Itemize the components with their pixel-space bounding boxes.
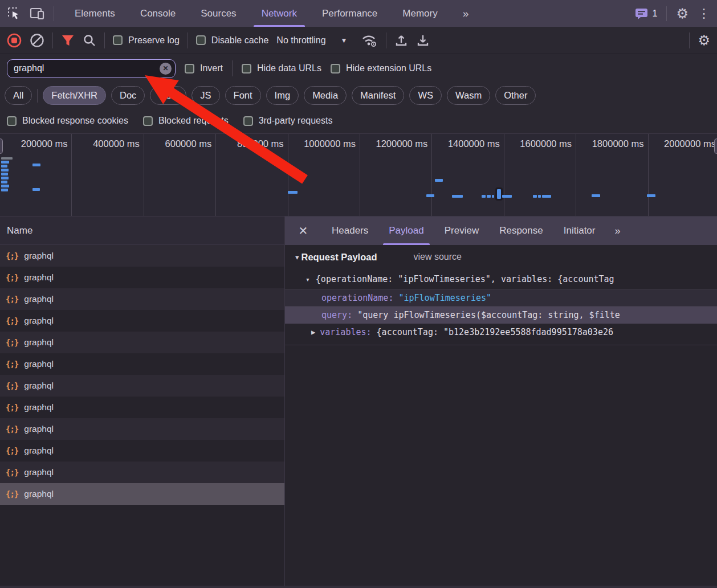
- request-rows: {;}graphql{;}graphql{;}graphql{;}graphql…: [0, 245, 284, 505]
- request-name: graphql: [24, 316, 54, 326]
- json-braces-icon: {;}: [6, 381, 18, 390]
- checkbox-label: 3rd-party requests: [259, 116, 333, 126]
- request-row[interactable]: {;}graphql: [0, 310, 284, 332]
- view-source-link[interactable]: view source: [414, 252, 462, 262]
- chip-all[interactable]: All: [5, 86, 32, 105]
- payload-preview-text: {operationName: "ipFlowTimeseries", vari…: [316, 274, 614, 284]
- details-tabs: HeadersPayloadPreviewResponseInitiator: [321, 217, 605, 245]
- clear-network-log-icon[interactable]: [30, 33, 44, 48]
- expander-triangle-icon: ▾: [295, 253, 299, 262]
- json-braces-icon: {;}: [6, 403, 18, 412]
- checkbox-box: [185, 64, 194, 74]
- blocked-response-cookies-checkbox[interactable]: Blocked response cookies: [7, 116, 128, 126]
- network-conditions-icon[interactable]: [361, 34, 378, 47]
- export-har-icon[interactable]: [416, 34, 430, 47]
- tab-sources[interactable]: Sources: [188, 0, 248, 27]
- payload-divider: [285, 341, 717, 345]
- device-toolbar-icon[interactable]: [30, 7, 46, 21]
- overview-right-handle[interactable]: [714, 138, 717, 154]
- tab-network[interactable]: Network: [249, 0, 309, 27]
- preserve-log-checkbox[interactable]: Preserve log: [113, 35, 180, 46]
- tab-console[interactable]: Console: [128, 0, 188, 27]
- chip-js[interactable]: JS: [192, 86, 219, 105]
- request-row[interactable]: {;}graphql: [0, 440, 284, 462]
- request-payload-section[interactable]: ▾ Request Payload view source: [285, 245, 717, 269]
- details-tab-payload[interactable]: Payload: [378, 217, 434, 245]
- request-row[interactable]: {;}graphql: [0, 462, 284, 483]
- kebab-menu-icon[interactable]: ⋮: [698, 6, 710, 21]
- name-column-header[interactable]: Name: [0, 217, 284, 245]
- chip-css[interactable]: CSS: [150, 86, 186, 105]
- waterfall-bar: [1, 165, 7, 168]
- inspect-element-icon[interactable]: [7, 6, 22, 21]
- blocked-requests-checkbox[interactable]: Blocked requests: [143, 116, 229, 126]
- request-name: graphql: [24, 381, 54, 391]
- tab-elements[interactable]: Elements: [62, 0, 128, 27]
- hide-data-urls-label: Hide data URLs: [257, 63, 321, 74]
- search-icon[interactable]: [83, 34, 96, 47]
- request-row[interactable]: {;}graphql: [0, 245, 284, 267]
- throttling-value: No throttling: [276, 35, 325, 46]
- hide-extension-urls-checkbox[interactable]: Hide extension URLs: [331, 63, 431, 74]
- waterfall-bar: [482, 195, 486, 198]
- details-tab-headers[interactable]: Headers: [321, 217, 378, 245]
- details-tab-initiator[interactable]: Initiator: [553, 217, 606, 245]
- chip-fetchxhr[interactable]: Fetch/XHR: [43, 86, 106, 105]
- resource-type-chips: AllFetch/XHRDocCSSJSFontImgMediaManifest…: [0, 83, 717, 108]
- tab-memory[interactable]: Memory: [390, 0, 450, 27]
- request-name: graphql: [24, 446, 54, 456]
- request-row[interactable]: {;}graphql: [0, 288, 284, 310]
- waterfall-bar: [1, 169, 9, 172]
- invert-checkbox[interactable]: Invert: [185, 63, 223, 74]
- chip-other[interactable]: Other: [495, 86, 536, 105]
- request-row[interactable]: {;}graphql: [0, 375, 284, 397]
- hide-data-urls-checkbox[interactable]: Hide data URLs: [242, 63, 321, 74]
- overview-left-handle[interactable]: [0, 138, 3, 154]
- issues-counter[interactable]: 1: [635, 8, 658, 19]
- chip-font[interactable]: Font: [225, 86, 261, 105]
- chip-img[interactable]: Img: [266, 86, 299, 105]
- waterfall-bar: [32, 164, 40, 166]
- payload-row-variables[interactable]: ▶ variables: {accountTag: "b12e3b2192ee5…: [285, 324, 717, 341]
- record-network-log-icon[interactable]: [7, 33, 22, 48]
- chip-ws[interactable]: WS: [409, 86, 442, 105]
- throttling-select[interactable]: No throttling ▼: [276, 35, 347, 46]
- payload-root-preview[interactable]: ▾ {operationName: "ipFlowTimeseries", va…: [285, 269, 717, 289]
- waterfall-bar: [487, 195, 491, 198]
- chip-media[interactable]: Media: [304, 86, 347, 105]
- request-row[interactable]: {;}graphql: [0, 267, 284, 288]
- 3rd-party-requests-checkbox[interactable]: 3rd-party requests: [243, 116, 333, 126]
- import-har-icon[interactable]: [394, 34, 408, 47]
- more-panels-icon[interactable]: »: [450, 0, 482, 27]
- request-row[interactable]: {;}graphql: [0, 483, 284, 505]
- clear-filter-icon[interactable]: ✕: [160, 63, 172, 75]
- filter-funnel-icon[interactable]: [61, 34, 75, 47]
- chip-wasm[interactable]: Wasm: [447, 86, 490, 105]
- json-value: {accountTag: "b12e3b2192ee5588fdad995178…: [377, 327, 613, 337]
- filter-input[interactable]: [7, 59, 176, 78]
- payload-row-query[interactable]: query: "query ipFlowTimeseries($accountT…: [285, 307, 717, 324]
- tab-performance[interactable]: Performance: [309, 0, 390, 27]
- chip-doc[interactable]: Doc: [111, 86, 145, 105]
- payload-row-operationname[interactable]: operationName: "ipFlowTimeseries": [285, 289, 717, 307]
- request-row[interactable]: {;}graphql: [0, 332, 284, 353]
- chip-manifest[interactable]: Manifest: [352, 86, 404, 105]
- disable-cache-checkbox[interactable]: Disable cache: [196, 35, 269, 46]
- settings-gear-icon[interactable]: ⚙: [676, 7, 689, 21]
- request-row[interactable]: {;}graphql: [0, 353, 284, 375]
- network-settings-gear-icon[interactable]: ⚙: [698, 34, 710, 47]
- bottom-edge-bar: [0, 586, 717, 588]
- request-row[interactable]: {;}graphql: [0, 418, 284, 440]
- waterfall-bar: [1, 177, 9, 179]
- checkbox-box: [196, 35, 206, 45]
- topbar-right: 1 ⚙ ⋮: [635, 0, 717, 27]
- request-row[interactable]: {;}graphql: [0, 397, 284, 418]
- close-icon[interactable]: ✕: [285, 217, 321, 245]
- checkbox-box: [113, 35, 123, 45]
- network-overview-timeline[interactable]: 200000 ms400000 ms600000 ms800000 ms1000…: [0, 134, 717, 217]
- json-braces-icon: {;}: [6, 360, 18, 369]
- more-tabs-icon[interactable]: »: [605, 217, 629, 245]
- details-tab-response[interactable]: Response: [489, 217, 553, 245]
- details-tab-preview[interactable]: Preview: [434, 217, 489, 245]
- request-name: graphql: [24, 294, 54, 304]
